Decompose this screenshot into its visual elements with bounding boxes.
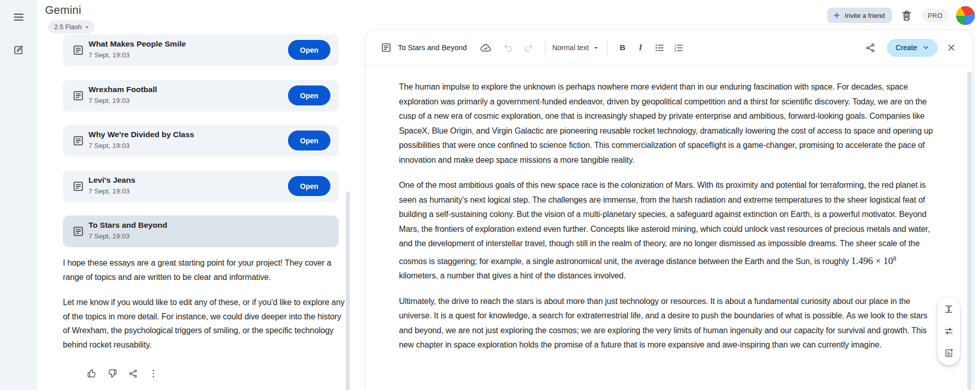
redo-icon [523,42,534,53]
cloud-saved-icon [480,42,492,54]
tune-icon [944,326,954,336]
chat-scrollbar[interactable] [346,191,350,390]
thumbs-up-button[interactable] [84,365,100,381]
share-icon [128,369,138,379]
doc-card-levis-jeans[interactable]: Levi's Jeans 7 Sept, 19:03 Open [63,170,339,202]
doc-card-wrexham-football[interactable]: Wrexham Football 7 Sept, 19:03 Open [63,80,339,112]
saved-to-cloud-button[interactable] [478,39,494,56]
line-spacing-tool-button[interactable] [939,299,959,319]
doc-card-title: Levi's Jeans [88,176,136,185]
create-button-label: Create [896,44,917,52]
thumb-up-icon [86,368,97,379]
main-menu-button[interactable] [11,9,26,25]
canvas-doc-title[interactable]: To Stars and Beyond [398,44,467,52]
close-canvas-button[interactable] [944,39,959,56]
math-exponent: 8 [893,255,896,262]
assistant-response-paragraph: Let me know if you would like to edit an… [63,295,348,352]
open-button[interactable]: Open [288,176,330,196]
invite-a-friend-button[interactable]: Invite a friend [827,8,892,23]
bold-button[interactable]: B [615,39,630,56]
doc-card-timestamp: 7 Sept, 19:03 [88,142,129,149]
document-paragraph[interactable]: Ultimately, the drive to reach the stars… [399,294,934,353]
close-icon [946,42,956,53]
adjust-tone-tool-button[interactable] [939,321,959,341]
text-style-selector[interactable]: Normal text [552,39,600,56]
doc-card-title: To Stars and Beyond [88,221,167,230]
dropdown-caret-icon [592,44,600,52]
doc-card-what-makes-people-smile[interactable]: What Makes People Smile 7 Sept, 19:03 Op… [63,34,339,66]
open-button[interactable]: Open [288,131,330,150]
article-icon [72,180,84,192]
assistant-response-paragraph: I hope these essays are a great starting… [63,256,348,284]
doc-card-title: Why We're Divided by Class [88,130,194,139]
document-text: kilometers, a number that gives a hint o… [399,271,626,280]
add-to-doc-tool-button[interactable] [939,343,959,363]
share-canvas-button[interactable] [863,39,878,56]
header-actions: Invite a friend PRO [827,0,975,31]
hamburger-menu-icon [12,11,25,24]
chevron-down-icon [922,44,930,52]
math-base: 1.496 × 10 [851,255,893,266]
compose-icon [12,44,25,56]
share-icon [865,42,876,53]
document-paragraph[interactable]: The human impulse to explore the unknown… [399,80,934,167]
gemini-app: Gemini 2.5 Flash Invite a friend PRO Wha… [0,0,980,390]
text-style-label: Normal text [552,44,589,52]
doc-card-to-stars-and-beyond-selected[interactable]: To Stars and Beyond 7 Sept, 19:03 [63,215,339,247]
thumbs-down-button[interactable] [104,365,120,381]
article-icon [72,44,84,56]
undo-icon [503,42,514,53]
line-spacing-icon [944,304,954,314]
canvas-floating-tools [938,297,960,365]
redo-button[interactable] [521,39,537,56]
left-rail [0,0,37,390]
model-selector[interactable]: 2.5 Flash [48,20,95,33]
open-button[interactable]: Open [288,40,330,60]
canvas-panel: To Stars and Beyond Normal text B I Crea… [365,29,974,390]
doc-card-title: Wrexham Football [88,85,157,94]
response-actions [84,365,161,381]
bulleted-list-icon [654,42,665,53]
create-button[interactable]: Create [887,39,938,57]
canvas-scrollbar[interactable] [967,72,972,390]
invite-a-friend-label: Invite a friend [845,12,885,19]
article-icon [72,135,84,147]
thumb-down-icon [107,368,118,379]
doc-card-why-were-divided-by-class[interactable]: Why We're Divided by Class 7 Sept, 19:03… [63,125,339,157]
italic-button[interactable]: I [633,39,648,56]
delete-chat-button[interactable] [899,8,915,23]
trash-icon [900,9,913,22]
numbered-list-icon [673,42,684,53]
toolbar-divider [545,41,545,55]
new-chat-button[interactable] [11,42,26,58]
bulleted-list-button[interactable] [652,39,667,56]
account-avatar[interactable] [956,6,975,25]
doc-card-timestamp: 7 Sept, 19:03 [88,232,129,240]
math-expression: 1.496 × 108 [851,255,896,266]
dropdown-caret-icon [83,24,91,31]
canvas-document-editor[interactable]: The human impulse to explore the unknown… [365,67,973,390]
more-options-button[interactable] [145,365,161,381]
doc-card-timestamp: 7 Sept, 19:03 [88,97,129,104]
app-title: Gemini [45,3,81,18]
plan-badge: PRO [922,9,949,23]
undo-button[interactable] [501,39,516,56]
doc-card-title: What Makes People Smile [88,39,186,49]
canvas-toolbar: To Stars and Beyond Normal text B I Crea… [365,30,973,66]
article-icon [381,42,392,53]
open-button[interactable]: Open [288,85,330,105]
toolbar-divider [607,41,608,55]
article-icon [72,225,84,237]
numbered-list-button[interactable] [671,39,686,56]
document-paragraph[interactable]: One of the most ambitious goals of this … [399,178,934,284]
share-response-button[interactable] [125,365,141,381]
document-text: One of the most ambitious goals of this … [399,181,930,266]
assistant-response-text: I hope these essays are a great starting… [63,256,348,352]
doc-card-timestamp: 7 Sept, 19:03 [88,187,129,195]
gemini-spark-icon [833,11,841,19]
add-to-doc-icon [944,348,954,358]
doc-card-timestamp: 7 Sept, 19:03 [88,51,129,59]
more-vertical-icon [148,369,159,379]
model-selector-label: 2.5 Flash [54,23,81,31]
article-icon [72,90,84,102]
